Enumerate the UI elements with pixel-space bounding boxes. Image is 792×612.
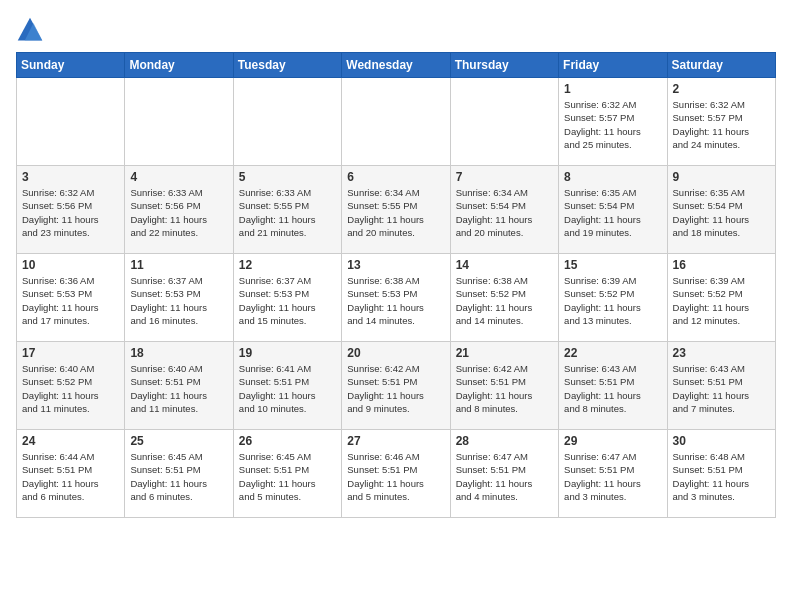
calendar-cell: 14Sunrise: 6:38 AM Sunset: 5:52 PM Dayli… [450,254,558,342]
cell-info: Sunrise: 6:44 AM Sunset: 5:51 PM Dayligh… [22,450,119,503]
cell-info: Sunrise: 6:35 AM Sunset: 5:54 PM Dayligh… [673,186,770,239]
day-header-thursday: Thursday [450,53,558,78]
calendar-cell: 18Sunrise: 6:40 AM Sunset: 5:51 PM Dayli… [125,342,233,430]
cell-info: Sunrise: 6:34 AM Sunset: 5:55 PM Dayligh… [347,186,444,239]
calendar-cell: 11Sunrise: 6:37 AM Sunset: 5:53 PM Dayli… [125,254,233,342]
day-number: 27 [347,434,444,448]
cell-info: Sunrise: 6:37 AM Sunset: 5:53 PM Dayligh… [130,274,227,327]
day-number: 23 [673,346,770,360]
cell-info: Sunrise: 6:42 AM Sunset: 5:51 PM Dayligh… [347,362,444,415]
calendar-cell: 1Sunrise: 6:32 AM Sunset: 5:57 PM Daylig… [559,78,667,166]
day-header-tuesday: Tuesday [233,53,341,78]
cell-info: Sunrise: 6:46 AM Sunset: 5:51 PM Dayligh… [347,450,444,503]
day-number: 9 [673,170,770,184]
logo-icon [16,16,44,44]
calendar-cell: 5Sunrise: 6:33 AM Sunset: 5:55 PM Daylig… [233,166,341,254]
calendar-week-1: 1Sunrise: 6:32 AM Sunset: 5:57 PM Daylig… [17,78,776,166]
day-number: 16 [673,258,770,272]
calendar-week-3: 10Sunrise: 6:36 AM Sunset: 5:53 PM Dayli… [17,254,776,342]
day-number: 12 [239,258,336,272]
calendar-cell: 23Sunrise: 6:43 AM Sunset: 5:51 PM Dayli… [667,342,775,430]
cell-info: Sunrise: 6:39 AM Sunset: 5:52 PM Dayligh… [673,274,770,327]
calendar-cell: 28Sunrise: 6:47 AM Sunset: 5:51 PM Dayli… [450,430,558,518]
cell-info: Sunrise: 6:39 AM Sunset: 5:52 PM Dayligh… [564,274,661,327]
day-number: 2 [673,82,770,96]
calendar-cell: 21Sunrise: 6:42 AM Sunset: 5:51 PM Dayli… [450,342,558,430]
day-number: 15 [564,258,661,272]
cell-info: Sunrise: 6:33 AM Sunset: 5:55 PM Dayligh… [239,186,336,239]
calendar-cell: 7Sunrise: 6:34 AM Sunset: 5:54 PM Daylig… [450,166,558,254]
cell-info: Sunrise: 6:42 AM Sunset: 5:51 PM Dayligh… [456,362,553,415]
day-number: 17 [22,346,119,360]
calendar-cell: 20Sunrise: 6:42 AM Sunset: 5:51 PM Dayli… [342,342,450,430]
day-number: 24 [22,434,119,448]
cell-info: Sunrise: 6:38 AM Sunset: 5:53 PM Dayligh… [347,274,444,327]
day-number: 26 [239,434,336,448]
day-number: 18 [130,346,227,360]
calendar-week-5: 24Sunrise: 6:44 AM Sunset: 5:51 PM Dayli… [17,430,776,518]
calendar-cell: 8Sunrise: 6:35 AM Sunset: 5:54 PM Daylig… [559,166,667,254]
calendar-cell: 26Sunrise: 6:45 AM Sunset: 5:51 PM Dayli… [233,430,341,518]
cell-info: Sunrise: 6:47 AM Sunset: 5:51 PM Dayligh… [456,450,553,503]
day-number: 22 [564,346,661,360]
calendar-cell: 13Sunrise: 6:38 AM Sunset: 5:53 PM Dayli… [342,254,450,342]
day-number: 3 [22,170,119,184]
cell-info: Sunrise: 6:32 AM Sunset: 5:56 PM Dayligh… [22,186,119,239]
day-number: 8 [564,170,661,184]
calendar-cell [233,78,341,166]
cell-info: Sunrise: 6:34 AM Sunset: 5:54 PM Dayligh… [456,186,553,239]
calendar-cell: 17Sunrise: 6:40 AM Sunset: 5:52 PM Dayli… [17,342,125,430]
day-header-saturday: Saturday [667,53,775,78]
calendar-cell: 27Sunrise: 6:46 AM Sunset: 5:51 PM Dayli… [342,430,450,518]
calendar-cell: 6Sunrise: 6:34 AM Sunset: 5:55 PM Daylig… [342,166,450,254]
day-number: 30 [673,434,770,448]
calendar-cell [342,78,450,166]
day-number: 25 [130,434,227,448]
calendar-cell: 9Sunrise: 6:35 AM Sunset: 5:54 PM Daylig… [667,166,775,254]
day-number: 14 [456,258,553,272]
day-number: 28 [456,434,553,448]
calendar-week-4: 17Sunrise: 6:40 AM Sunset: 5:52 PM Dayli… [17,342,776,430]
cell-info: Sunrise: 6:38 AM Sunset: 5:52 PM Dayligh… [456,274,553,327]
day-number: 5 [239,170,336,184]
calendar-cell: 29Sunrise: 6:47 AM Sunset: 5:51 PM Dayli… [559,430,667,518]
day-number: 1 [564,82,661,96]
calendar-cell [450,78,558,166]
calendar-cell: 2Sunrise: 6:32 AM Sunset: 5:57 PM Daylig… [667,78,775,166]
day-number: 21 [456,346,553,360]
cell-info: Sunrise: 6:43 AM Sunset: 5:51 PM Dayligh… [564,362,661,415]
cell-info: Sunrise: 6:36 AM Sunset: 5:53 PM Dayligh… [22,274,119,327]
calendar-cell: 19Sunrise: 6:41 AM Sunset: 5:51 PM Dayli… [233,342,341,430]
calendar-cell: 3Sunrise: 6:32 AM Sunset: 5:56 PM Daylig… [17,166,125,254]
calendar-cell: 10Sunrise: 6:36 AM Sunset: 5:53 PM Dayli… [17,254,125,342]
day-number: 19 [239,346,336,360]
day-header-monday: Monday [125,53,233,78]
page-header [16,16,776,44]
calendar: SundayMondayTuesdayWednesdayThursdayFrid… [16,52,776,518]
cell-info: Sunrise: 6:43 AM Sunset: 5:51 PM Dayligh… [673,362,770,415]
cell-info: Sunrise: 6:32 AM Sunset: 5:57 PM Dayligh… [673,98,770,151]
day-header-friday: Friday [559,53,667,78]
logo [16,16,48,44]
cell-info: Sunrise: 6:41 AM Sunset: 5:51 PM Dayligh… [239,362,336,415]
calendar-cell: 16Sunrise: 6:39 AM Sunset: 5:52 PM Dayli… [667,254,775,342]
cell-info: Sunrise: 6:40 AM Sunset: 5:52 PM Dayligh… [22,362,119,415]
calendar-header-row: SundayMondayTuesdayWednesdayThursdayFrid… [17,53,776,78]
calendar-cell: 22Sunrise: 6:43 AM Sunset: 5:51 PM Dayli… [559,342,667,430]
cell-info: Sunrise: 6:48 AM Sunset: 5:51 PM Dayligh… [673,450,770,503]
day-number: 7 [456,170,553,184]
calendar-cell: 30Sunrise: 6:48 AM Sunset: 5:51 PM Dayli… [667,430,775,518]
calendar-cell: 15Sunrise: 6:39 AM Sunset: 5:52 PM Dayli… [559,254,667,342]
cell-info: Sunrise: 6:35 AM Sunset: 5:54 PM Dayligh… [564,186,661,239]
day-number: 29 [564,434,661,448]
calendar-cell: 24Sunrise: 6:44 AM Sunset: 5:51 PM Dayli… [17,430,125,518]
day-number: 13 [347,258,444,272]
day-header-sunday: Sunday [17,53,125,78]
cell-info: Sunrise: 6:40 AM Sunset: 5:51 PM Dayligh… [130,362,227,415]
cell-info: Sunrise: 6:45 AM Sunset: 5:51 PM Dayligh… [130,450,227,503]
day-number: 11 [130,258,227,272]
cell-info: Sunrise: 6:32 AM Sunset: 5:57 PM Dayligh… [564,98,661,151]
calendar-cell: 12Sunrise: 6:37 AM Sunset: 5:53 PM Dayli… [233,254,341,342]
day-number: 10 [22,258,119,272]
day-number: 6 [347,170,444,184]
